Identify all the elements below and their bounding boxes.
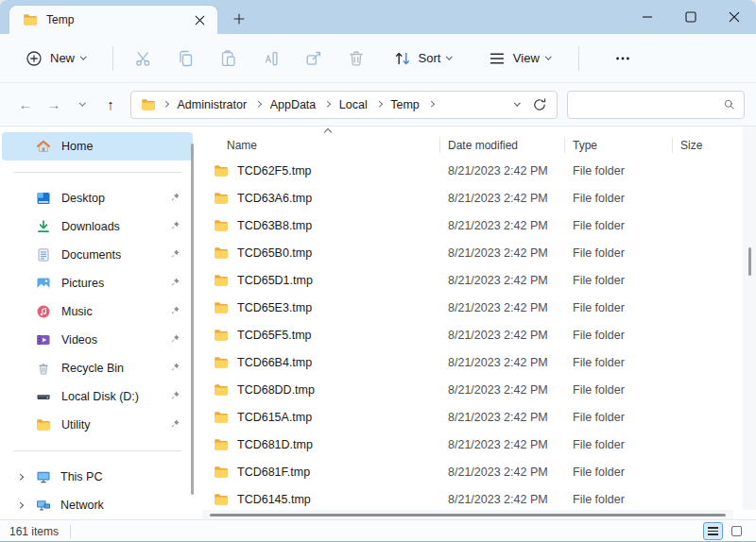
delete-button[interactable]	[335, 49, 378, 68]
folder-icon	[214, 246, 229, 261]
sidebar-scrollbar[interactable]	[191, 144, 194, 495]
sidebar-item-label: This PC	[60, 470, 102, 483]
up-button[interactable]: ↑	[96, 91, 125, 119]
horizontal-scrollbar[interactable]	[202, 510, 733, 519]
table-row[interactable]: TCD66B4.tmp 8/21/2023 2:42 PM File folde…	[195, 348, 739, 376]
sidebar-item-label: Recycle Bin	[61, 362, 124, 375]
copy-button[interactable]	[165, 49, 208, 68]
sidebar-item-documents[interactable]: Documents	[2, 241, 193, 269]
sidebar-item-videos[interactable]: Videos	[2, 326, 193, 354]
minimize-button[interactable]	[626, 0, 669, 34]
column-header-name[interactable]: Name	[195, 138, 440, 153]
sidebar-item-music[interactable]: Music	[2, 297, 193, 326]
file-name: TCD68DD.tmp	[237, 383, 315, 397]
explorer-tab[interactable]: Temp	[9, 6, 217, 34]
folder-icon	[214, 492, 229, 507]
column-header-date-modified[interactable]: Date modified	[440, 138, 565, 153]
back-button[interactable]: ←	[11, 91, 40, 119]
file-type: File folder	[565, 411, 673, 424]
toolbar-divider	[112, 46, 113, 71]
refresh-icon[interactable]	[532, 97, 547, 112]
column-header-type[interactable]: Type	[565, 138, 673, 153]
sidebar-item-label: Music	[61, 305, 93, 318]
chevron-down-icon	[545, 54, 551, 59]
table-row[interactable]: TCD65F5.tmp 8/21/2023 2:42 PM File folde…	[195, 321, 739, 348]
sidebar-item-network[interactable]: Network	[0, 491, 195, 519]
title-bar[interactable]: Temp	[0, 0, 756, 34]
recycle-bin-icon	[36, 361, 51, 376]
sort-arrows-icon	[393, 49, 412, 68]
breadcrumb-bar[interactable]: AdministratorAppDataLocalTemp	[130, 91, 558, 119]
cut-button[interactable]	[123, 49, 165, 68]
breadcrumb-separator-icon	[376, 101, 382, 107]
file-rows: TCD62F5.tmp 8/21/2023 2:42 PM File folde…	[195, 157, 739, 513]
sidebar-item-utility[interactable]: Utility	[2, 411, 193, 439]
table-row[interactable]: TCD63A6.tmp 8/21/2023 2:42 PM File folde…	[195, 184, 739, 212]
table-row[interactable]: TCD681D.tmp 8/21/2023 2:42 PM File folde…	[195, 431, 739, 458]
chevron-down-icon	[79, 100, 85, 106]
sidebar-item-pictures[interactable]: Pictures	[2, 269, 193, 297]
view-list-icon	[488, 49, 507, 68]
tab-close-button[interactable]	[189, 9, 210, 30]
pin-icon	[169, 333, 180, 345]
column-headers: Name Date modified Type Size	[195, 134, 739, 157]
sidebar-item-downloads[interactable]: Downloads	[2, 212, 193, 241]
table-row[interactable]: TCD681F.tmp 8/21/2023 2:42 PM File folde…	[195, 458, 739, 485]
address-dropdown-icon[interactable]	[514, 100, 520, 106]
table-row[interactable]: TCD65B0.tmp 8/21/2023 2:42 PM File folde…	[195, 239, 739, 266]
maximize-button[interactable]	[669, 0, 713, 34]
breadcrumb-segment[interactable]: Local	[337, 96, 369, 113]
pin-icon	[169, 305, 180, 316]
sidebar-item-home[interactable]: Home	[2, 132, 193, 161]
file-type: File folder	[565, 219, 673, 232]
search-input[interactable]	[576, 98, 723, 111]
navigation-pane: Home Desktop Downloads Documents Picture…	[0, 127, 195, 519]
chevron-right-icon[interactable]	[13, 475, 26, 480]
breadcrumb-segment[interactable]: Administrator	[176, 96, 249, 113]
details-view-button[interactable]	[703, 522, 723, 540]
more-options-button[interactable]	[613, 49, 632, 68]
new-tab-button[interactable]	[227, 7, 251, 31]
view-button[interactable]: View	[480, 43, 558, 74]
tree-items-section: This PC Network	[0, 463, 195, 519]
folder-icon	[23, 12, 38, 27]
share-button[interactable]	[293, 49, 335, 68]
large-icons-view-button[interactable]	[727, 522, 747, 540]
vertical-scrollbar-thumb[interactable]	[748, 247, 751, 276]
breadcrumb-segment[interactable]: AppData	[268, 96, 318, 113]
recent-locations-button[interactable]	[68, 91, 96, 119]
close-button[interactable]	[713, 0, 756, 34]
table-row[interactable]: TCD6145.tmp 8/21/2023 2:42 PM File folde…	[195, 485, 739, 513]
sidebar-item-this-pc[interactable]: This PC	[0, 463, 195, 491]
table-row[interactable]: TCD615A.tmp 8/21/2023 2:42 PM File folde…	[195, 403, 739, 431]
plus-circle-icon	[25, 49, 43, 68]
column-header-size[interactable]: Size	[673, 138, 728, 153]
new-button[interactable]: New	[15, 43, 95, 74]
vertical-scrollbar[interactable]	[743, 127, 756, 510]
sidebar-item-desktop[interactable]: Desktop	[2, 184, 193, 212]
rename-button[interactable]	[250, 49, 293, 68]
table-row[interactable]: TCD68DD.tmp 8/21/2023 2:42 PM File folde…	[195, 376, 739, 403]
paste-icon	[219, 49, 238, 68]
file-date-modified: 8/21/2023 2:42 PM	[440, 411, 565, 424]
column-label: Name	[227, 139, 257, 152]
folder-icon	[141, 97, 156, 112]
search-box[interactable]	[567, 91, 745, 119]
chevron-right-icon[interactable]	[13, 503, 26, 508]
home-icon	[36, 139, 51, 154]
table-row[interactable]: TCD65D1.tmp 8/21/2023 2:42 PM File folde…	[195, 266, 739, 294]
forward-button[interactable]: →	[40, 91, 68, 119]
status-divider	[70, 525, 71, 538]
sidebar-item-recycle-bin[interactable]: Recycle Bin	[2, 354, 193, 382]
breadcrumb-segment[interactable]: Temp	[388, 96, 421, 113]
table-row[interactable]: TCD65E3.tmp 8/21/2023 2:42 PM File folde…	[195, 294, 739, 321]
table-row[interactable]: TCD63B8.tmp 8/21/2023 2:42 PM File folde…	[195, 212, 739, 239]
sidebar-item-local-disk-d[interactable]: Local Disk (D:)	[2, 382, 193, 411]
sort-button[interactable]: Sort	[386, 43, 459, 74]
file-type: File folder	[565, 383, 673, 397]
window-body: Home Desktop Downloads Documents Picture…	[0, 127, 756, 519]
paste-button[interactable]	[208, 49, 250, 68]
horizontal-scrollbar-thumb[interactable]	[210, 514, 726, 517]
table-row[interactable]: TCD62F5.tmp 8/21/2023 2:42 PM File folde…	[195, 157, 739, 184]
pin-icon	[169, 220, 180, 231]
